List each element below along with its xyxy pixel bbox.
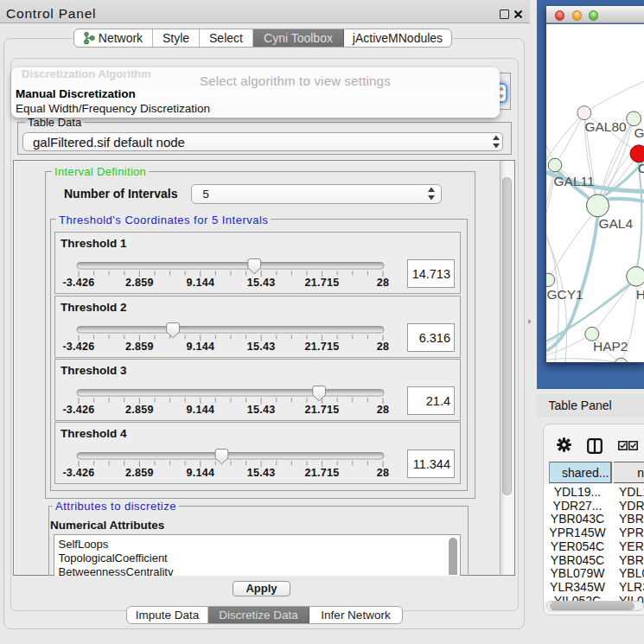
svg-text:-3.426: -3.426 (62, 277, 94, 289)
svg-text:9.144: 9.144 (186, 277, 214, 289)
svg-text:21.715: 21.715 (305, 467, 340, 479)
svg-text:-3.426: -3.426 (62, 341, 94, 353)
svg-text:21.715: 21.715 (305, 341, 340, 353)
svg-text:2.859: 2.859 (125, 467, 154, 479)
svg-text:28: 28 (377, 277, 390, 289)
svg-text:H: H (635, 286, 644, 301)
svg-text:28: 28 (377, 467, 390, 479)
svg-text:15.43: 15.43 (247, 404, 276, 416)
svg-text:9.144: 9.144 (186, 341, 214, 353)
svg-text:2.859: 2.859 (125, 277, 154, 289)
svg-text:28: 28 (377, 341, 390, 353)
svg-text:9.144: 9.144 (186, 467, 214, 479)
svg-text:15.43: 15.43 (247, 277, 276, 289)
svg-text:21.715: 21.715 (305, 404, 340, 416)
svg-text:GCY1: GCY1 (546, 287, 583, 302)
svg-text:GAL80: GAL80 (584, 119, 627, 134)
svg-text:2.859: 2.859 (125, 341, 154, 353)
svg-text:2.859: 2.859 (125, 404, 154, 416)
svg-text:HAP2: HAP2 (593, 339, 628, 354)
svg-text:-3.426: -3.426 (62, 467, 94, 479)
svg-text:GAL11: GAL11 (553, 173, 594, 188)
svg-text:C: C (638, 160, 644, 175)
svg-text:GAL4: GAL4 (598, 216, 633, 231)
svg-text:15.43: 15.43 (247, 341, 276, 353)
svg-text:21.715: 21.715 (305, 277, 340, 289)
svg-text:GA: GA (634, 124, 644, 139)
svg-text:15.43: 15.43 (247, 467, 276, 479)
svg-text:-3.426: -3.426 (62, 404, 94, 416)
svg-text:28: 28 (377, 404, 390, 416)
svg-text:9.144: 9.144 (186, 404, 214, 416)
